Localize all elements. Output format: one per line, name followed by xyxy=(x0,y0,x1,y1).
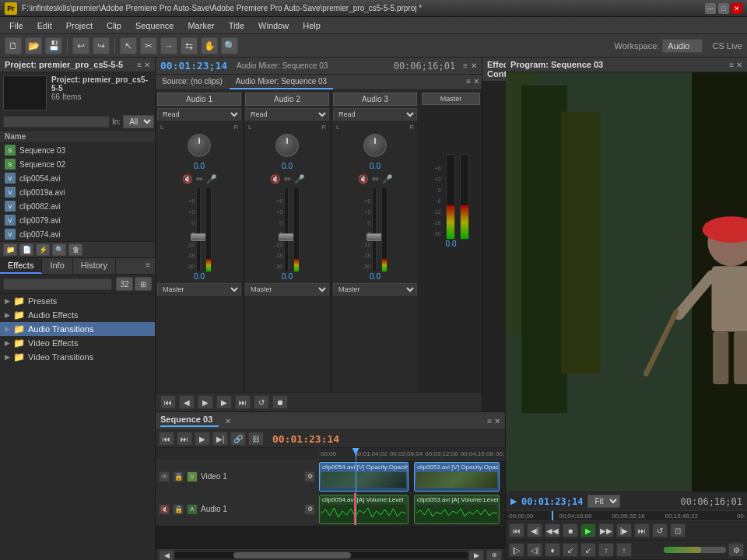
channel1-assign[interactable]: Master xyxy=(157,283,241,296)
safe-btn[interactable]: ⊡ xyxy=(670,523,686,537)
source-tab[interactable]: Source: (no clips) xyxy=(156,75,230,89)
play-btn[interactable]: ▶ xyxy=(580,523,596,537)
mark-in-btn[interactable]: |▷ xyxy=(509,543,524,557)
in-dropdown[interactable]: All xyxy=(123,115,154,128)
mixer-record[interactable]: ⏺ xyxy=(272,395,288,409)
loop-btn[interactable]: ↺ xyxy=(652,523,668,537)
menu-item-project[interactable]: Project xyxy=(60,19,99,32)
toolbar-btn-redo[interactable]: ↪ xyxy=(93,37,110,54)
channel3-pan-knob[interactable] xyxy=(363,134,387,157)
new-bin-btn[interactable]: 📁 xyxy=(3,243,17,256)
audio1-mute-btn[interactable]: 🔇 xyxy=(159,504,170,515)
channel2-mode[interactable]: Read xyxy=(245,108,329,121)
video1-lock-btn[interactable]: 🔒 xyxy=(173,471,184,482)
file-item-5[interactable]: Vclip0079.avi xyxy=(0,213,155,227)
overwrite-btn[interactable]: ↙ xyxy=(580,543,596,557)
stop-btn[interactable]: ■ xyxy=(563,523,578,537)
sequence-tab[interactable]: Sequence 03 xyxy=(160,415,219,427)
mixer-go-to-in[interactable]: ⏮ xyxy=(160,395,176,409)
video-clip-1[interactable]: clip0054.avi [V] Opacity:Opacity xyxy=(319,462,409,492)
maximize-button[interactable]: □ xyxy=(718,3,729,14)
video-clip-2[interactable]: clip0053.avi [V] Opacity:Opacity xyxy=(414,462,500,492)
workspace-dropdown[interactable]: Audio xyxy=(662,39,703,53)
add-marker-btn[interactable]: ♦ xyxy=(545,543,560,557)
channel2-fader[interactable] xyxy=(284,187,289,272)
menu-item-file[interactable]: File xyxy=(3,19,30,32)
channel2-fader-handle[interactable] xyxy=(279,233,294,241)
file-item-3[interactable]: Vclip0019a.avi xyxy=(0,185,155,199)
audio-level-bar[interactable] xyxy=(664,547,726,553)
timeline-snap[interactable]: 🔗 xyxy=(230,432,246,446)
timeline-scrollbar[interactable]: ◀ ▶ ⊕ xyxy=(156,549,505,560)
timeline-menu[interactable]: ≡ xyxy=(487,417,492,425)
channel3-fader-handle[interactable] xyxy=(366,233,382,241)
channel2-mic-icon[interactable]: 🎤 xyxy=(294,174,305,184)
go-to-in-btn[interactable]: ⏮ xyxy=(509,523,524,537)
channel2-assign[interactable]: Master xyxy=(245,283,329,296)
delete-btn[interactable]: 🗑 xyxy=(68,243,82,256)
channel3-mic-icon[interactable]: 🎤 xyxy=(382,174,393,184)
effects-search-input[interactable] xyxy=(3,278,112,290)
timeline-scroll-left[interactable]: ◀ xyxy=(159,550,174,561)
channel3-edit-icon[interactable]: ✏ xyxy=(372,174,379,184)
video1-settings-btn[interactable]: ⚙ xyxy=(304,471,315,482)
sequence-tab-close[interactable]: ✕ xyxy=(225,417,231,425)
find-btn[interactable]: 🔍 xyxy=(52,243,66,256)
toolbar-btn-zoom[interactable]: 🔍 xyxy=(221,37,238,54)
menu-item-help[interactable]: Help xyxy=(296,19,327,32)
toolbar-btn-razor[interactable]: ✂ xyxy=(140,37,157,54)
project-panel-menu-icon[interactable]: ≡ xyxy=(137,61,142,69)
monitor-close[interactable]: ✕ xyxy=(736,61,742,69)
toolbar-btn-save[interactable]: 💾 xyxy=(45,37,62,54)
lift-btn[interactable]: ↑ xyxy=(598,543,614,557)
monitor-menu[interactable]: ≡ xyxy=(729,61,734,69)
project-search-input[interactable] xyxy=(3,116,110,128)
channel1-mic-icon[interactable]: 🎤 xyxy=(206,174,217,184)
mixer-go-to-out[interactable]: ⏭ xyxy=(235,395,251,409)
audio-clip-2[interactable]: clip0053.avi [A] Volume:Level xyxy=(414,495,500,524)
file-item-4[interactable]: Vclip0082.avi xyxy=(0,199,155,213)
effect-folder-2[interactable]: ▶📁Audio Transitions xyxy=(0,322,155,336)
channel3-mode[interactable]: Read xyxy=(333,108,417,121)
channel2-edit-icon[interactable]: ✏ xyxy=(284,174,291,184)
tab-info[interactable]: Info xyxy=(42,258,72,274)
mixer-close-icon[interactable]: ✕ xyxy=(471,61,477,70)
fast-fwd-btn[interactable]: ▶▶ xyxy=(598,523,614,537)
toolbar-btn-ripple[interactable]: ⇆ xyxy=(181,37,198,54)
effects-panel-menu-icon[interactable]: ≡ xyxy=(146,261,150,271)
timeline-zoom-btn[interactable]: ⊕ xyxy=(486,550,502,561)
go-to-out-btn[interactable]: ⏭ xyxy=(634,523,650,537)
grid-view-btn[interactable]: ⊞ xyxy=(135,277,152,291)
channel3-assign[interactable]: Master xyxy=(333,283,417,296)
effect-folder-0[interactable]: ▶📁Presets xyxy=(0,294,155,308)
toolbar-btn-new[interactable]: 🗋 xyxy=(5,37,22,54)
list-view-btn[interactable]: 32 xyxy=(116,277,133,291)
effect-folder-3[interactable]: ▶📁Video Effects xyxy=(0,336,155,350)
audio1-sync-btn[interactable]: A xyxy=(187,504,198,515)
toolbar-btn-open[interactable]: 📂 xyxy=(25,37,42,54)
channel1-pan-knob[interactable] xyxy=(188,134,211,157)
timeline-close[interactable]: ✕ xyxy=(494,417,500,425)
project-panel-close-icon[interactable]: ✕ xyxy=(144,61,150,69)
mixer-loop[interactable]: ↺ xyxy=(254,395,269,409)
mixer-tab-menu[interactable]: ≡ xyxy=(466,77,471,87)
toolbar-btn-track-select[interactable]: → xyxy=(160,37,177,54)
menu-item-title[interactable]: Title xyxy=(223,19,251,32)
audio1-lock-btn[interactable]: 🔒 xyxy=(173,504,184,515)
step-fwd-btn[interactable]: |▶ xyxy=(616,523,632,537)
fit-dropdown[interactable]: Fit xyxy=(587,495,620,508)
audio1-settings-btn[interactable]: ⚙ xyxy=(304,504,315,515)
insert-btn[interactable]: ↙ xyxy=(563,543,578,557)
timeline-play[interactable]: ▶ xyxy=(195,432,210,446)
minimize-button[interactable]: — xyxy=(705,3,716,14)
close-button[interactable]: ✕ xyxy=(731,3,742,14)
channel2-pan-knob[interactable] xyxy=(275,134,299,157)
menu-item-edit[interactable]: Edit xyxy=(31,19,58,32)
toolbar-btn-hand[interactable]: ✋ xyxy=(201,37,218,54)
timeline-link[interactable]: ⛓ xyxy=(248,432,264,446)
timeline-scroll-track[interactable] xyxy=(174,552,468,558)
menu-item-clip[interactable]: Clip xyxy=(100,19,128,32)
extract-btn[interactable]: ↑ xyxy=(616,543,632,557)
timeline-scroll-thumb[interactable] xyxy=(233,552,351,558)
mixer-step-back[interactable]: ◀ xyxy=(179,395,195,409)
